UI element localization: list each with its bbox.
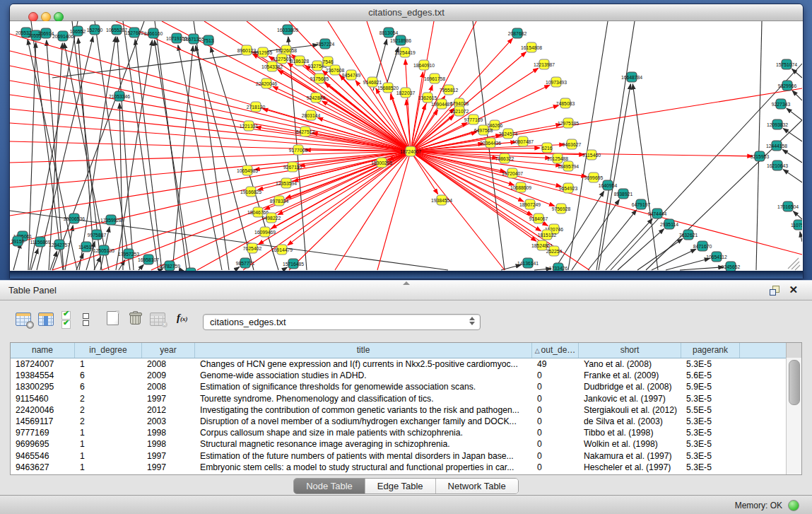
cell-pagerank[interactable]: 5.6E-5 [681, 370, 740, 381]
cell-pagerank[interactable]: 5.3E-5 [681, 416, 740, 427]
cell-in_degree[interactable]: 6 [75, 370, 142, 381]
table-row[interactable]: 969969511998Structural magnetic resonanc… [11, 438, 801, 450]
cell-name[interactable]: 18724007 [11, 358, 75, 370]
cell-year[interactable]: 2003 [142, 416, 195, 427]
table-row[interactable]: 1456911722003Disruption of a novel membe… [11, 416, 801, 427]
cell-title[interactable]: Changes of HCN gene expression and I(f) … [195, 358, 532, 370]
cell-in_degree[interactable]: 1 [75, 427, 142, 438]
cell-title[interactable]: Disruption of a novel member of a sodium… [195, 416, 532, 427]
cell-in_degree[interactable]: 6 [75, 381, 142, 392]
citation-network-graph[interactable]: 1872400789601238912955182260589127503105… [10, 21, 802, 271]
cell-out_de…[interactable]: 0 [532, 416, 579, 427]
graph-edge[interactable] [289, 151, 411, 270]
function-builder-icon[interactable]: f(x) [177, 312, 188, 324]
graph-edge[interactable] [782, 150, 802, 163]
cell-name[interactable]: 9699695 [11, 438, 75, 450]
graph-edge[interactable] [10, 109, 411, 151]
cell-short[interactable]: Jankovic et al. (1997) [579, 393, 681, 404]
cell-pagerank[interactable]: 5.3E-5 [681, 438, 740, 450]
table-selector-combo[interactable]: citations_edges.txt [203, 314, 481, 330]
cell-title[interactable]: Estimation of significance thresholds fo… [195, 381, 532, 392]
column-header-title[interactable]: title [195, 343, 532, 358]
cell-out_de…[interactable]: 0 [532, 438, 579, 450]
graph-edge[interactable] [680, 267, 724, 270]
table-row[interactable]: 2242004622012Investigating the contribut… [11, 404, 801, 416]
table-row[interactable]: 977716911998Corpus callosum shape and si… [11, 427, 801, 438]
cell-name[interactable]: 22420046 [11, 404, 75, 416]
cell-in_degree[interactable]: 1 [75, 462, 142, 473]
cell-year[interactable]: 2008 [142, 381, 195, 392]
cell-short[interactable]: de Silva et al. (2003) [579, 416, 681, 427]
graph-edge[interactable] [10, 123, 411, 151]
cell-out_de…[interactable]: 0 [532, 381, 579, 392]
graph-edge[interactable] [411, 151, 802, 255]
graph-edge[interactable] [787, 108, 802, 120]
select-columns-icon[interactable] [61, 311, 71, 329]
cell-title[interactable]: Structural magnetic resonance image aver… [195, 438, 532, 450]
table-row[interactable]: 1938455462009Genome-wide association stu… [11, 370, 801, 381]
cell-short[interactable]: Hescheler et al. (1997) [579, 462, 681, 473]
cell-name[interactable]: 9777169 [11, 427, 75, 438]
cell-name[interactable]: 9115460 [11, 393, 75, 404]
cell-title[interactable]: Tourette syndrome. Phenomenology and cla… [195, 393, 532, 404]
toggle-rows-icon[interactable] [83, 313, 89, 327]
tab-edge-table[interactable]: Edge Table [365, 479, 435, 493]
cell-short[interactable]: Tibbo et al. (1998) [579, 427, 681, 438]
table-row[interactable]: 946362711997Embryonic stem cells: a mode… [11, 462, 801, 473]
tab-node-table[interactable]: Node Table [294, 479, 365, 493]
cell-name[interactable]: 14569117 [11, 416, 75, 427]
graph-edge[interactable] [139, 264, 143, 270]
cell-short[interactable]: Stergiakouli et al. (2012) [579, 404, 681, 416]
cell-out_de…[interactable]: 0 [532, 393, 579, 404]
cell-short[interactable]: Wolkin et al. (1998) [579, 438, 681, 450]
graph-edge[interactable] [795, 265, 800, 270]
close-panel-icon[interactable]: ✕ [789, 284, 798, 296]
graph-edge[interactable] [792, 262, 799, 269]
column-header-name[interactable]: name [11, 343, 75, 358]
column-header-in_degree[interactable]: in_degree [75, 343, 142, 358]
cell-name[interactable]: 19384554 [11, 370, 75, 381]
graph-edge[interactable] [599, 84, 630, 270]
cell-title[interactable]: Estimation of the future numbers of pati… [195, 450, 532, 462]
cell-out_de…[interactable]: 49 [532, 358, 579, 370]
table-row[interactable]: 1872400712008Changes of HCN gene express… [11, 358, 801, 370]
graph-edge[interactable] [606, 218, 652, 270]
vertical-scrollbar[interactable] [786, 358, 801, 474]
cell-out_de…[interactable]: 0 [532, 450, 579, 462]
cell-title[interactable]: Investigating the contribution of common… [195, 404, 532, 416]
graph-edge[interactable] [588, 210, 637, 270]
graph-edge[interactable] [13, 243, 20, 270]
graph-edge[interactable] [235, 267, 240, 270]
cell-short[interactable]: Franke et al. (2009) [579, 370, 681, 381]
cell-year[interactable]: 1997 [142, 450, 195, 462]
graph-edge[interactable] [116, 40, 152, 270]
graph-edge[interactable] [793, 211, 802, 219]
cell-year[interactable]: 1998 [142, 438, 195, 450]
cell-short[interactable]: Nakamura et al. (1997) [579, 450, 681, 462]
column-header-pagerank[interactable]: pagerank [681, 343, 740, 358]
cell-out_de…[interactable]: 0 [532, 370, 579, 381]
cell-year[interactable]: 2012 [142, 404, 195, 416]
column-selector-icon[interactable] [38, 313, 54, 326]
float-window-icon[interactable] [770, 286, 779, 295]
graph-edge[interactable] [756, 21, 762, 270]
cell-title[interactable]: Embryonic stem cells: a model to study s… [195, 462, 532, 473]
cell-out_de…[interactable]: 0 [532, 427, 579, 438]
graph-edge[interactable] [652, 249, 696, 270]
graph-edge[interactable] [94, 257, 101, 270]
tab-network-table[interactable]: Network Table [435, 479, 518, 493]
window-titlebar[interactable]: citations_edges.txt [10, 4, 803, 21]
cell-pagerank[interactable]: 5.9E-5 [681, 381, 740, 392]
cell-in_degree[interactable]: 1 [75, 450, 142, 462]
table-settings-icon[interactable] [16, 313, 31, 326]
graph-edge[interactable] [800, 232, 802, 242]
graph-edge[interactable] [783, 129, 802, 141]
cell-out_de…[interactable]: 0 [532, 404, 579, 416]
graph-edge[interactable] [47, 40, 64, 270]
cell-name[interactable]: 9463627 [11, 462, 75, 473]
scrollbar-thumb[interactable] [789, 360, 800, 405]
cell-in_degree[interactable]: 1 [75, 358, 142, 370]
panel-resize-grip-icon[interactable] [403, 281, 410, 285]
cell-in_degree[interactable]: 2 [75, 404, 142, 416]
cell-year[interactable]: 1997 [142, 462, 195, 473]
